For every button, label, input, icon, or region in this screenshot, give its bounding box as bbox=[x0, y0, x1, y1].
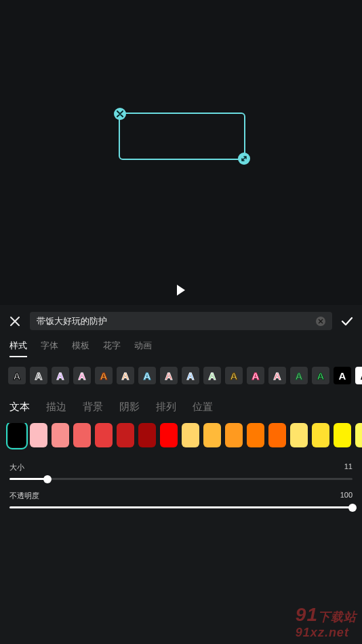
opacity-value: 100 bbox=[340, 491, 353, 501]
size-slider[interactable] bbox=[9, 478, 353, 480]
text-style-preset[interactable]: A bbox=[225, 367, 243, 384]
text-style-preset[interactable]: A bbox=[138, 367, 156, 384]
text-input-wrap bbox=[30, 312, 332, 330]
tab-2[interactable]: 模板 bbox=[72, 340, 89, 357]
text-style-preset[interactable]: A bbox=[30, 367, 47, 384]
text-style-preset[interactable]: A bbox=[268, 367, 286, 384]
subtab-1[interactable]: 描边 bbox=[46, 401, 66, 414]
text-style-preset[interactable]: A bbox=[160, 367, 178, 384]
main-tabs: 样式字体模板花字动画 bbox=[0, 333, 362, 363]
text-style-preset[interactable]: A bbox=[73, 367, 91, 384]
close-icon bbox=[9, 315, 21, 327]
tab-4[interactable]: 动画 bbox=[134, 340, 152, 357]
color-swatch[interactable] bbox=[290, 423, 308, 447]
close-icon bbox=[117, 110, 123, 117]
color-swatch[interactable] bbox=[268, 423, 286, 447]
resize-handle[interactable] bbox=[238, 153, 250, 165]
text-style-presets: AAAAAAAAAAAAAAAAAA bbox=[0, 363, 362, 391]
play-button[interactable] bbox=[177, 285, 185, 296]
tab-0[interactable]: 样式 bbox=[9, 340, 27, 357]
color-swatch[interactable] bbox=[30, 423, 47, 447]
subtab-3[interactable]: 阴影 bbox=[119, 401, 140, 414]
color-swatch[interactable] bbox=[95, 423, 113, 447]
subtab-5[interactable]: 位置 bbox=[193, 401, 213, 414]
text-selection-box[interactable] bbox=[119, 113, 245, 160]
cancel-button[interactable] bbox=[7, 313, 23, 329]
text-style-preset[interactable]: A bbox=[117, 367, 134, 384]
clear-input-button[interactable] bbox=[316, 317, 325, 326]
color-swatch[interactable] bbox=[182, 423, 199, 447]
text-style-preset[interactable]: A bbox=[334, 367, 351, 384]
text-style-preset[interactable]: A bbox=[355, 367, 362, 384]
color-swatch[interactable] bbox=[160, 423, 178, 447]
text-style-preset[interactable]: A bbox=[95, 367, 113, 384]
delete-handle[interactable] bbox=[114, 108, 126, 120]
opacity-label: 不透明度 bbox=[9, 491, 39, 501]
subtab-4[interactable]: 排列 bbox=[156, 401, 176, 414]
color-swatch[interactable] bbox=[225, 423, 243, 447]
text-style-preset[interactable]: A bbox=[312, 367, 329, 384]
text-style-preset[interactable]: A bbox=[182, 367, 199, 384]
opacity-slider[interactable] bbox=[9, 506, 353, 508]
opacity-slider-group: 不透明度 100 bbox=[0, 487, 362, 515]
video-preview bbox=[0, 0, 362, 305]
color-swatch[interactable] bbox=[138, 423, 156, 447]
text-style-preset[interactable]: A bbox=[52, 367, 69, 384]
resize-icon bbox=[241, 155, 247, 162]
color-swatch[interactable] bbox=[117, 423, 134, 447]
size-slider-group: 大小 11 bbox=[0, 458, 362, 487]
color-swatch[interactable] bbox=[203, 423, 221, 447]
color-swatch[interactable] bbox=[73, 423, 91, 447]
color-swatch[interactable] bbox=[247, 423, 264, 447]
check-icon bbox=[340, 315, 354, 328]
color-swatch[interactable] bbox=[52, 423, 69, 447]
color-swatches bbox=[0, 423, 362, 458]
subtab-2[interactable]: 背景 bbox=[83, 401, 103, 414]
subtab-0[interactable]: 文本 bbox=[9, 401, 30, 414]
text-edit-panel: 样式字体模板花字动画 AAAAAAAAAAAAAAAAAA 文本描边背景阴影排列… bbox=[0, 305, 362, 644]
text-style-preset[interactable]: A bbox=[8, 367, 26, 384]
text-style-preset[interactable]: A bbox=[247, 367, 264, 384]
color-swatch[interactable] bbox=[312, 423, 329, 447]
color-swatch[interactable] bbox=[8, 423, 26, 447]
style-subtabs: 文本描边背景阴影排列位置 bbox=[0, 391, 362, 423]
tab-1[interactable]: 字体 bbox=[41, 340, 58, 357]
text-style-preset[interactable]: A bbox=[290, 367, 308, 384]
close-icon bbox=[318, 319, 323, 324]
text-style-preset[interactable]: A bbox=[203, 367, 221, 384]
size-label: 大小 bbox=[9, 462, 24, 472]
confirm-button[interactable] bbox=[339, 313, 355, 329]
color-swatch[interactable] bbox=[334, 423, 351, 447]
color-swatch[interactable] bbox=[355, 423, 362, 447]
text-input[interactable] bbox=[37, 316, 316, 326]
size-value: 11 bbox=[344, 462, 353, 472]
tab-3[interactable]: 花字 bbox=[103, 340, 121, 357]
